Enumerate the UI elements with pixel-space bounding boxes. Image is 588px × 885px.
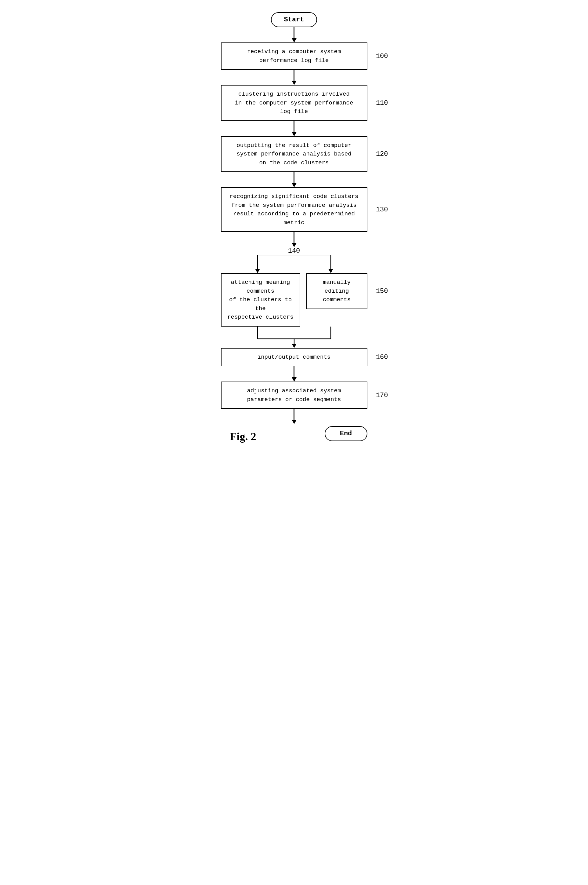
start-box: Start [271, 12, 317, 27]
node-100-label: 100 [376, 51, 388, 61]
node-140-left: attaching meaning commentsof the cluster… [221, 273, 300, 327]
node-150-text: manually editingcomments [323, 279, 351, 303]
arrow-120-130 [292, 172, 297, 187]
svg-marker-11 [292, 344, 297, 348]
node-150: manually editingcomments 150 [306, 273, 368, 309]
node-110-label: 110 [376, 98, 388, 108]
node-140-left-text: attaching meaning commentsof the cluster… [227, 279, 294, 321]
arrow-160-170 [292, 366, 297, 382]
node-160-text: input/output comments [258, 354, 330, 360]
branch-bottom-svg [221, 327, 368, 348]
node-110-text: clustering instructions involvedin the c… [235, 91, 353, 115]
node-150-label: 150 [376, 286, 388, 296]
branch-section: 140 attaching meaning comment [221, 247, 368, 348]
node-100: receiving a computer systemperformance l… [221, 42, 368, 70]
svg-marker-2 [255, 269, 260, 273]
svg-marker-5 [328, 269, 333, 273]
arrow-130-branch [292, 232, 297, 247]
node-120-label: 120 [376, 149, 388, 159]
node-160: input/output comments 160 [221, 348, 368, 367]
node-140-label: 140 [288, 247, 300, 255]
node-130: recognizing significant code clustersfro… [221, 187, 368, 232]
node-130-label: 130 [376, 205, 388, 215]
node-160-label: 160 [376, 352, 388, 362]
node-100-text: receiving a computer systemperformance l… [247, 48, 341, 64]
node-170-text: adjusting associated systemparameters or… [247, 387, 341, 403]
branch-row: attaching meaning commentsof the cluster… [221, 273, 368, 327]
branch-top-svg [221, 255, 368, 273]
fig-label: Fig. 2 [230, 430, 256, 443]
node-120-text: outputting the result of computersystem … [237, 142, 351, 166]
bottom-row: Fig. 2 End [221, 424, 368, 443]
arrow-100-110 [292, 70, 297, 85]
node-170-label: 170 [376, 390, 388, 400]
arrow-170-end [292, 409, 297, 424]
node-120: outputting the result of computersystem … [221, 136, 368, 172]
node-110: clustering instructions involvedin the c… [221, 85, 368, 121]
flowchart: Start receiving a computer systemperform… [188, 12, 401, 443]
arrow-110-120 [292, 121, 297, 136]
diagram-container: Start receiving a computer systemperform… [188, 12, 401, 443]
end-box: End [325, 426, 368, 441]
node-170: adjusting associated systemparameters or… [221, 382, 368, 409]
arrow-start-100 [292, 27, 297, 42]
node-130-text: recognizing significant code clustersfro… [230, 193, 358, 226]
